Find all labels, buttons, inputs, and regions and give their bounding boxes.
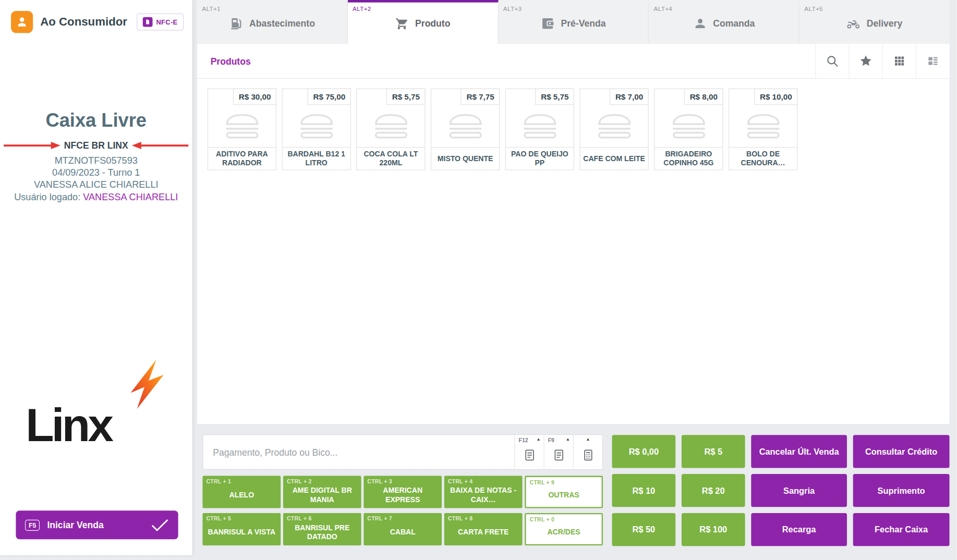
document-icon (524, 449, 535, 461)
f12-document-button[interactable]: F12 ▲ (514, 435, 543, 469)
payment-cabal-button[interactable]: CTRL + 7 CABAL (364, 513, 442, 545)
payment-banrisul-pre-button[interactable]: CTRL + 6 BANRISUL PRE DATADO (283, 513, 361, 545)
tab-label: Produto (415, 18, 450, 29)
operator-name: VANESSA ALICE CHIARELLI (0, 179, 192, 191)
product-placeholder-icon (594, 112, 634, 140)
amount-50-button[interactable]: R$ 50 (612, 513, 676, 546)
product-card[interactable]: R$ 5,75 PAO DE QUEIJO PP (505, 89, 574, 171)
amount-5-button[interactable]: R$ 5 (682, 435, 745, 468)
star-icon (859, 54, 873, 68)
fuel-pump-icon (229, 16, 243, 30)
payment-ame-digital-button[interactable]: CTRL + 2 AME DIGITAL BR MANIA (283, 476, 361, 508)
payment-label: BAIXA DE NOTAS - CAIX… (447, 486, 519, 504)
quick-actions-grid: R$ 0,00 R$ 5 Cancelar Últ. Venda Consult… (612, 435, 950, 546)
tab-abastecimento[interactable]: ALT+1 Abastecimento (197, 0, 348, 44)
tab-label: Abastecimento (249, 18, 315, 29)
amount-10-button[interactable]: R$ 10 (612, 474, 676, 507)
command-bar: F12 ▲ F9 ▲ ▲ (202, 434, 603, 470)
nfce-series-label: NFCE BR LINX (64, 140, 128, 151)
command-input[interactable] (203, 435, 515, 469)
wallet-icon (541, 16, 555, 30)
product-name: BRIGADEIRO COPINHO 45G (655, 147, 722, 169)
payment-shortcut: CTRL + 4 (448, 478, 473, 484)
payment-outras-button[interactable]: CTRL + 9 OUTRAS (525, 476, 603, 508)
payment-baixa-notas-button[interactable]: CTRL + 4 BAIXA DE NOTAS - CAIX… (444, 476, 523, 508)
f12-key-label: F12 (518, 437, 528, 444)
nfce-badge[interactable]: NFC-E (137, 14, 184, 31)
list-view-button[interactable] (916, 44, 949, 78)
product-placeholder-icon (445, 112, 486, 140)
payment-american-express-button[interactable]: CTRL + 3 AMERICAN EXPRESS (364, 476, 442, 508)
logged-user-label: Usuário logado: (14, 191, 83, 202)
grid-view-button[interactable] (882, 44, 916, 78)
calculator-icon (583, 449, 593, 461)
tab-shortcut: ALT+4 (654, 6, 673, 13)
recarga-button[interactable]: Recarga (751, 513, 847, 546)
tab-comanda[interactable]: ALT+4 Comanda (649, 0, 799, 44)
payment-shortcut: CTRL + 8 (448, 516, 473, 522)
cancel-last-sale-button[interactable]: Cancelar Últ. Venda (751, 435, 847, 468)
tab-pre-venda[interactable]: ALT+3 Pré-Venda (498, 0, 649, 44)
payment-buttons-grid: CTRL + 1 ALELO CTRL + 2 AME DIGITAL BR M… (202, 476, 603, 545)
payment-label: CABAL (390, 528, 416, 537)
product-card[interactable]: R$ 5,75 COCA COLA LT 220ML (356, 89, 425, 171)
favorites-button[interactable] (849, 44, 882, 78)
red-arrow-right-icon (4, 141, 60, 149)
product-price: R$ 5,75 (386, 89, 425, 105)
consult-credit-button[interactable]: Consultar Crédito (853, 435, 950, 468)
product-price: R$ 10,00 (754, 89, 797, 105)
tab-delivery[interactable]: ALT+5 Delivery (799, 0, 950, 44)
product-card[interactable]: R$ 10,00 BOLO DE CENOURA… (729, 89, 797, 171)
product-price: R$ 8,00 (684, 89, 723, 105)
sangria-button[interactable]: Sangria (751, 474, 847, 507)
product-price: R$ 7,75 (461, 89, 500, 105)
search-icon (826, 54, 839, 68)
start-sale-button[interactable]: F5 Iniciar Venda (16, 510, 178, 539)
payment-label: ALELO (229, 491, 255, 500)
nfce-series-line: NFCE BR LINX (0, 140, 192, 151)
screen: Ao Consumidor NFC-E Caixa Livre NFCE BR … (0, 0, 957, 560)
search-button[interactable] (815, 44, 849, 78)
product-name: BARDAHL B12 1 LITRO (283, 147, 350, 169)
product-name: MISTO QUENTE (431, 147, 499, 169)
amount-100-button[interactable]: R$ 100 (682, 513, 745, 546)
product-name: COCA COLA LT 220ML (357, 147, 425, 169)
amount-20-button[interactable]: R$ 20 (682, 474, 745, 507)
product-card[interactable]: R$ 7,75 MISTO QUENTE (431, 89, 500, 171)
payment-carta-frete-button[interactable]: CTRL + 8 CARTA FRETE (444, 513, 523, 545)
logged-user-name[interactable]: VANESSA CHIARELLI (83, 191, 178, 202)
payment-alelo-button[interactable]: CTRL + 1 ALELO (202, 476, 281, 508)
f9-document-button[interactable]: F9 ▲ (543, 435, 573, 469)
payment-label: AMERICAN EXPRESS (367, 486, 439, 504)
payment-label: ACR/DES (547, 528, 580, 537)
payment-label: BANRISUL PRE DATADO (286, 524, 358, 541)
tab-produto[interactable]: ALT+2 Produto (348, 0, 499, 44)
tab-shortcut: ALT+5 (804, 6, 823, 13)
mode-tabs: ALT+1 Abastecimento ALT+2 Produto ALT+3 … (197, 0, 950, 44)
calculator-button[interactable]: ▲ (573, 435, 602, 469)
product-name: BOLO DE CENOURA… (729, 147, 797, 169)
payment-acr-des-button[interactable]: CTRL + 0 ACR/DES (525, 513, 603, 545)
product-card[interactable]: R$ 30,00 ADITIVO PARA RADIADOR (208, 89, 276, 171)
product-card[interactable]: R$ 7,00 CAFE COM LEITE (580, 89, 649, 171)
suprimento-button[interactable]: Suprimento (853, 474, 950, 507)
tab-label: Comanda (713, 18, 755, 29)
products-panel: Produtos (197, 44, 950, 424)
tab-label: Pré-Venda (561, 18, 606, 29)
terminal-id: MTZNOTFS057593 (0, 154, 192, 166)
product-card[interactable]: R$ 8,00 BRIGADEIRO COPINHO 45G (654, 89, 723, 171)
main-area: ALT+1 Abastecimento ALT+2 Produto ALT+3 … (197, 0, 950, 560)
product-placeholder-icon (519, 112, 560, 140)
payment-shortcut: CTRL + 7 (367, 516, 392, 522)
sidebar-header: Ao Consumidor NFC-E (0, 0, 192, 44)
close-register-button[interactable]: Fechar Caixa (853, 513, 950, 546)
nfce-badge-label: NFC-E (156, 18, 177, 26)
payment-label: AME DIGITAL BR MANIA (286, 486, 358, 504)
list-view-icon (926, 54, 940, 68)
products-title: Produtos (211, 56, 251, 66)
product-price: R$ 75,00 (308, 89, 351, 105)
payment-banrisul-vista-button[interactable]: CTRL + 5 BANRISUL A VISTA (202, 513, 281, 545)
product-card[interactable]: R$ 75,00 BARDAHL B12 1 LITRO (282, 89, 351, 171)
shopping-cart-icon (395, 16, 409, 30)
amount-0-button[interactable]: R$ 0,00 (612, 435, 676, 468)
